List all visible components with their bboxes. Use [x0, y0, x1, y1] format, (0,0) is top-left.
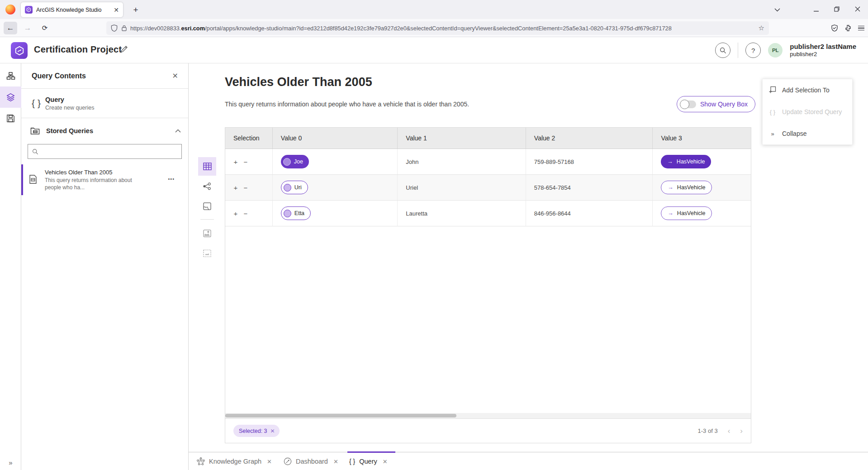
query-item-subtitle: Create new queries: [45, 104, 94, 111]
table-header: Selection Value 0 Value 1 Value 2 Value …: [225, 128, 751, 149]
column-header: Value 0: [273, 128, 398, 149]
app-logo: [11, 42, 28, 59]
selected-indicator: [21, 164, 23, 195]
range-label: 1-3 of 3: [698, 427, 718, 434]
relationship-pill[interactable]: →HasVehicle: [661, 181, 712, 194]
arrow-icon: →: [668, 210, 674, 216]
menu-item-update-stored-query[interactable]: { } Update Stored Query: [763, 101, 852, 123]
cell-value: John: [398, 149, 526, 174]
menu-item-collapse[interactable]: » Collapse: [763, 123, 852, 144]
expand-rail-icon[interactable]: »: [0, 459, 21, 466]
close-window-button[interactable]: [847, 6, 868, 13]
stored-query-item[interactable]: Vehicles Older Than 2005 This query retu…: [21, 164, 188, 195]
menu-hamburger-icon[interactable]: [858, 24, 864, 32]
forward-button[interactable]: →: [21, 22, 34, 34]
add-to-map-icon[interactable]: [198, 224, 216, 243]
query-item-title: Query: [45, 96, 94, 104]
collapse-section-icon[interactable]: [175, 129, 181, 133]
column-header: Selection: [225, 128, 273, 149]
tracking-shield-icon[interactable]: [111, 24, 118, 32]
link-chart-icon[interactable]: [198, 177, 216, 196]
save-icon[interactable]: [0, 108, 21, 129]
relationship-pill[interactable]: →HasVehicle: [661, 155, 711, 168]
contents-layers-icon[interactable]: [0, 86, 21, 108]
tab-title: ArcGIS Knowledge Studio: [36, 7, 110, 13]
table-view-icon[interactable]: [198, 157, 216, 176]
stored-query-desc-line2: people who ha...: [45, 184, 132, 191]
user-name: publisher2 lastName: [790, 43, 856, 51]
table-footer: Selected: 3 ✕ 1-3 of 3 ‹ ›: [225, 418, 751, 443]
entity-dot-icon: [284, 210, 291, 217]
collapse-row-icon[interactable]: −: [241, 158, 251, 166]
selected-count-chip[interactable]: Selected: 3 ✕: [233, 425, 280, 437]
left-rail: »: [0, 63, 21, 470]
cell-value: 759-889-57168: [526, 149, 653, 174]
firefox-icon[interactable]: [5, 5, 15, 14]
clear-selection-icon[interactable]: ✕: [270, 428, 275, 434]
previous-page-icon[interactable]: ‹: [728, 427, 730, 436]
next-page-icon[interactable]: ›: [740, 427, 743, 436]
tab-knowledge-graph[interactable]: Knowledge Graph ✕: [197, 452, 272, 470]
arrow-icon: →: [668, 184, 674, 191]
tab-close-icon[interactable]: ✕: [114, 6, 119, 14]
entity-pill[interactable]: Uri: [281, 181, 308, 194]
entity-pill[interactable]: Etta: [281, 206, 311, 220]
project-title: Certification Project: [34, 44, 122, 55]
stored-query-desc-line1: This query returns information about: [45, 177, 132, 184]
entity-pill[interactable]: Joe: [281, 155, 309, 168]
stored-queries-header[interactable]: Stored Queries: [21, 118, 188, 143]
search-icon[interactable]: [715, 43, 730, 58]
url-bar[interactable]: https://dev0028833.esri.com/portal/apps/…: [106, 21, 769, 35]
reload-button[interactable]: ⟳: [38, 22, 52, 34]
close-tab-icon[interactable]: ✕: [383, 458, 388, 465]
query-create-item[interactable]: { } Query Create new queries: [21, 89, 188, 118]
edit-title-icon[interactable]: [120, 45, 128, 53]
back-button[interactable]: ←: [4, 22, 17, 34]
show-query-box-toggle[interactable]: Show Query Box: [677, 96, 755, 112]
panel-close-icon[interactable]: ✕: [170, 71, 181, 81]
browser-tab[interactable]: ArcGIS Knowledge Studio ✕: [21, 2, 123, 17]
user-avatar[interactable]: PL: [768, 43, 783, 58]
browser-toolbar: ← → ⟳ https://dev0028833.esri.com/portal…: [0, 19, 868, 37]
collapse-chevrons-icon: »: [768, 130, 777, 137]
item-options-icon[interactable]: •••: [168, 176, 175, 182]
bookmark-star-icon[interactable]: ☆: [759, 24, 764, 32]
close-tab-icon[interactable]: ✕: [333, 458, 338, 465]
query-braces-icon: { }: [349, 458, 355, 465]
list-tabs-icon[interactable]: [767, 6, 787, 13]
restore-button[interactable]: [826, 6, 847, 13]
data-model-icon[interactable]: [0, 65, 21, 86]
dashboard-gauge-icon: [284, 457, 292, 465]
scrollbar-thumb[interactable]: [225, 414, 456, 417]
toggle-switch[interactable]: [681, 101, 696, 108]
lock-icon[interactable]: [122, 25, 127, 31]
expand-row-icon[interactable]: +: [231, 158, 241, 166]
user-role: publisher2: [790, 51, 856, 58]
help-icon[interactable]: ?: [745, 43, 761, 58]
account-shield-icon[interactable]: [831, 24, 838, 32]
new-tab-button[interactable]: +: [130, 4, 142, 16]
expand-row-icon[interactable]: +: [231, 210, 241, 217]
extensions-icon[interactable]: [844, 24, 852, 32]
collapse-row-icon[interactable]: −: [241, 210, 251, 217]
query-braces-icon: { }: [27, 98, 45, 109]
tab-dashboard[interactable]: Dashboard ✕: [284, 452, 338, 470]
map-view-icon[interactable]: [198, 197, 216, 216]
tab-query[interactable]: { } Query ✕: [349, 452, 388, 470]
collapse-row-icon[interactable]: −: [241, 184, 251, 192]
stored-queries-search-input[interactable]: [42, 148, 177, 155]
expand-row-icon[interactable]: +: [231, 184, 241, 192]
menu-item-add-selection-to[interactable]: Add Selection To: [763, 79, 852, 101]
user-info[interactable]: publisher2 lastName publisher2: [790, 43, 856, 58]
app-header: Certification Project ? PL publisher2 la…: [0, 37, 868, 63]
minimize-button[interactable]: [806, 6, 826, 13]
new-map-from-selection-icon[interactable]: [198, 244, 216, 263]
horizontal-scrollbar[interactable]: [225, 413, 751, 418]
column-header: Value 3: [653, 128, 751, 149]
browser-tabstrip: ArcGIS Knowledge Studio ✕ +: [0, 0, 868, 19]
panel-title: Query Contents: [32, 72, 170, 80]
stored-queries-search[interactable]: [28, 144, 182, 159]
close-tab-icon[interactable]: ✕: [267, 458, 272, 465]
search-small-icon: [32, 149, 38, 155]
relationship-pill[interactable]: →HasVehicle: [661, 206, 712, 220]
